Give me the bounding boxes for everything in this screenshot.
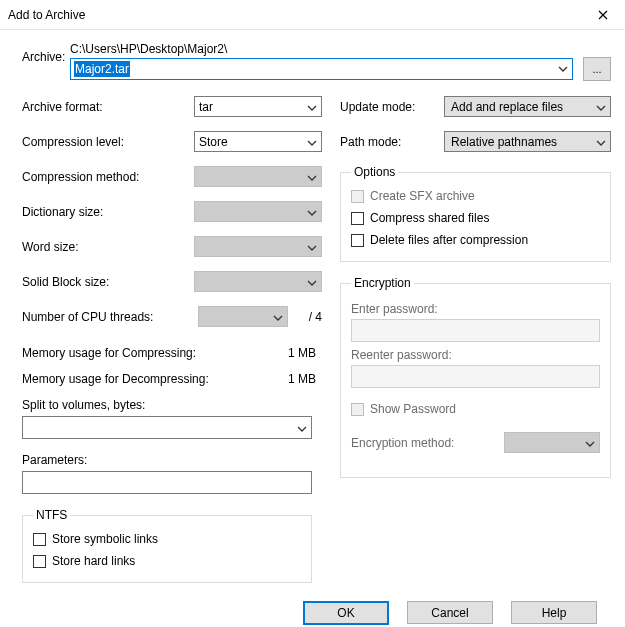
- parameters-input[interactable]: [22, 471, 312, 494]
- archive-path: C:\Users\HP\Desktop\Major2\: [70, 42, 611, 56]
- cpu-threads-select: [198, 306, 288, 327]
- show-password-label: Show Password: [370, 402, 456, 416]
- archive-filename-combo[interactable]: Major2.tar: [70, 58, 573, 80]
- enter-password-input: [351, 319, 600, 342]
- compress-shared-checkbox[interactable]: [351, 212, 364, 225]
- dictionary-size-select: [194, 201, 322, 222]
- compression-method-select: [194, 166, 322, 187]
- chevron-down-icon: [307, 137, 317, 151]
- hard-links-label: Store hard links: [52, 554, 135, 568]
- cpu-threads-total: / 4: [292, 310, 322, 324]
- close-icon: [598, 10, 608, 20]
- browse-button[interactable]: ...: [583, 57, 611, 81]
- cancel-button[interactable]: Cancel: [407, 601, 493, 624]
- path-mode-select[interactable]: Relative pathnames: [444, 131, 611, 152]
- chevron-down-icon: [307, 277, 317, 291]
- mem-compress-label: Memory usage for Compressing:: [22, 346, 262, 364]
- ok-button[interactable]: OK: [303, 601, 389, 625]
- compression-method-label: Compression method:: [22, 170, 194, 184]
- chevron-down-icon: [596, 102, 606, 116]
- encryption-group: Encryption Enter password: Reenter passw…: [340, 276, 611, 478]
- compression-level-select[interactable]: Store: [194, 131, 322, 152]
- window-title: Add to Archive: [8, 8, 580, 22]
- split-volumes-label: Split to volumes, bytes:: [22, 398, 322, 412]
- mem-decompress-value: 1 MB: [262, 372, 322, 390]
- compress-shared-label: Compress shared files: [370, 211, 489, 225]
- symbolic-links-label: Store symbolic links: [52, 532, 158, 546]
- solid-block-size-label: Solid Block size:: [22, 275, 194, 289]
- path-mode-label: Path mode:: [340, 135, 444, 149]
- chevron-down-icon: [585, 438, 595, 452]
- split-volumes-combo[interactable]: [22, 416, 312, 439]
- title-bar: Add to Archive: [0, 0, 625, 30]
- chevron-down-icon: [307, 242, 317, 256]
- cpu-threads-label: Number of CPU threads:: [22, 310, 198, 324]
- options-legend: Options: [351, 165, 398, 179]
- show-password-checkbox: [351, 403, 364, 416]
- delete-after-checkbox[interactable]: [351, 234, 364, 247]
- solid-block-size-select: [194, 271, 322, 292]
- archive-label: Archive:: [22, 42, 70, 64]
- archive-format-label: Archive format:: [22, 100, 194, 114]
- mem-decompress-label: Memory usage for Decompressing:: [22, 372, 262, 390]
- enter-password-label: Enter password:: [351, 302, 600, 316]
- chevron-down-icon: [297, 423, 307, 437]
- help-button[interactable]: Help: [511, 601, 597, 624]
- reenter-password-input: [351, 365, 600, 388]
- word-size-select: [194, 236, 322, 257]
- chevron-down-icon: [273, 312, 283, 326]
- close-button[interactable]: [580, 0, 625, 30]
- delete-after-label: Delete files after compression: [370, 233, 528, 247]
- archive-format-select[interactable]: tar: [194, 96, 322, 117]
- dictionary-size-label: Dictionary size:: [22, 205, 194, 219]
- chevron-down-icon: [307, 102, 317, 116]
- encryption-method-select: [504, 432, 600, 453]
- sfx-label: Create SFX archive: [370, 189, 475, 203]
- chevron-down-icon: [307, 207, 317, 221]
- word-size-label: Word size:: [22, 240, 194, 254]
- encryption-method-label: Encryption method:: [351, 436, 504, 450]
- symbolic-links-checkbox[interactable]: [33, 533, 46, 546]
- mem-compress-value: 1 MB: [262, 346, 322, 364]
- chevron-down-icon: [307, 172, 317, 186]
- chevron-down-icon: [596, 137, 606, 151]
- options-group: Options Create SFX archive Compress shar…: [340, 165, 611, 262]
- hard-links-checkbox[interactable]: [33, 555, 46, 568]
- update-mode-label: Update mode:: [340, 100, 444, 114]
- compression-level-label: Compression level:: [22, 135, 194, 149]
- parameters-label: Parameters:: [22, 453, 322, 467]
- chevron-down-icon: [558, 63, 568, 77]
- sfx-checkbox: [351, 190, 364, 203]
- archive-filename: Major2.tar: [74, 61, 130, 77]
- reenter-password-label: Reenter password:: [351, 348, 600, 362]
- update-mode-select[interactable]: Add and replace files: [444, 96, 611, 117]
- encryption-legend: Encryption: [351, 276, 414, 290]
- ntfs-legend: NTFS: [33, 508, 70, 522]
- ntfs-group: NTFS Store symbolic links Store hard lin…: [22, 508, 312, 583]
